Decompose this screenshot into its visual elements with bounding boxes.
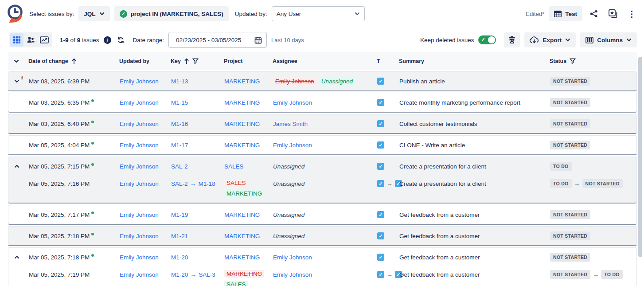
type-cell: ✓ (377, 210, 399, 219)
project-change: MARKETINGSALES (224, 270, 264, 286)
column-label: Date of change (28, 58, 68, 64)
column-label: Key (171, 58, 181, 64)
issue-key-link[interactable]: M1-21 (171, 233, 188, 239)
jql-filter-chip[interactable]: ✓ project IN (MARKETING, SALES) (114, 6, 229, 21)
change-date: Mar 05, 2025, 7:19 PM (29, 271, 90, 278)
expand-all-toggle[interactable] (8, 59, 28, 63)
project-link[interactable]: SALES (224, 163, 244, 170)
view-name-button[interactable]: Test (549, 6, 582, 21)
column-label: Status (550, 58, 566, 64)
project-link[interactable]: MARKETING (224, 99, 260, 106)
keep-deleted-toggle[interactable]: ✓ (478, 35, 496, 44)
project-link[interactable]: MARKETING (224, 254, 260, 261)
table-row[interactable]: Mar 05, 2025, 7:18 PMEmily JohnsonM1-20M… (8, 248, 636, 266)
type-cell: ✓ (377, 77, 399, 86)
columns-button[interactable]: Columns (580, 32, 637, 47)
table-row[interactable]: Mar 05, 2025, 7:19 PMEmily JohnsonM1-20→… (8, 266, 636, 286)
updated-by-link[interactable]: Emily Johnson (120, 212, 159, 218)
refresh-icon[interactable] (117, 36, 125, 44)
project-link[interactable]: MARKETING (224, 142, 260, 149)
table-row[interactable]: Mar 05, 2025, 7:16 PMEmily JohnsonSAL-2→… (8, 176, 636, 203)
issue-key-link[interactable]: SAL-2 (171, 163, 188, 170)
vertical-scrollbar[interactable] (638, 57, 642, 257)
project-link[interactable]: MARKETING (224, 233, 260, 239)
updated-by-link[interactable]: Emily Johnson (120, 142, 159, 149)
updated-by-link[interactable]: Emily Johnson (120, 271, 159, 278)
info-icon[interactable]: i (104, 36, 111, 44)
issue-key-link[interactable]: M1-19 (171, 212, 188, 218)
column-header-date-of-change[interactable]: Date of change (28, 58, 119, 64)
table-row[interactable]: Mar 05, 2025, 7:15 PMEmily JohnsonSAL-2S… (8, 157, 636, 176)
updated-by-cell: Emily Johnson (120, 210, 171, 219)
issue-key-new-link[interactable]: M1-18 (199, 180, 215, 187)
table-row[interactable]: Mar 05, 2025, 7:17 PMEmily JohnsonM1-19M… (8, 205, 636, 224)
issue-key-new-link[interactable]: SAL-3 (199, 271, 215, 278)
column-label: Updated by (119, 58, 149, 64)
grid-view-toggle[interactable] (10, 33, 23, 47)
column-header-status[interactable]: Status (550, 58, 637, 64)
column-header-project[interactable]: Project (224, 58, 273, 64)
date-range-input[interactable]: 02/23/2025 - 03/05/2025 (168, 32, 267, 48)
assignee-link[interactable]: Emily Johnson (273, 99, 312, 106)
assignee-cell: Unassigned (273, 162, 377, 171)
updated-by-link[interactable]: Emily Johnson (120, 233, 159, 239)
updated-by-link[interactable]: Emily Johnson (120, 78, 159, 85)
status-badge: TO DO (550, 179, 572, 188)
trash-button[interactable] (504, 32, 520, 47)
saved-views-button[interactable] (605, 6, 621, 21)
column-header-type[interactable]: T (377, 58, 399, 64)
project-link[interactable]: MARKETING (224, 212, 260, 218)
project-change: SALESMARKETING (224, 179, 264, 197)
project-link[interactable]: MARKETING (224, 121, 260, 127)
column-header-updated-by[interactable]: Updated by (119, 58, 171, 64)
table-row[interactable]: Mar 03, 2025, 6:40 PMEmily JohnsonM1-16M… (8, 114, 636, 133)
trash-icon (508, 36, 515, 44)
column-header-summary[interactable]: Summary (399, 58, 550, 64)
issue-key-link[interactable]: M1-17 (171, 142, 188, 149)
users-view-toggle[interactable] (23, 33, 37, 47)
row-expand-toggle[interactable] (14, 165, 20, 168)
updated-by-link[interactable]: Emily Johnson (120, 163, 159, 170)
date-of-change-cell: Mar 03, 2025, 6:40 PM (29, 119, 120, 128)
issue-key-old-link[interactable]: M1-20 (171, 271, 188, 278)
issue-key-link[interactable]: M1-15 (171, 99, 188, 106)
export-button[interactable]: Export (524, 32, 576, 47)
updated-by-select[interactable]: Any User (272, 6, 365, 21)
table-row[interactable]: 3Mar 03, 2025, 6:39 PMEmily JohnsonM1-13… (8, 72, 636, 90)
table-row[interactable]: Mar 03, 2025, 6:35 PMEmily JohnsonM1-15M… (8, 93, 636, 112)
sort-ascending-icon[interactable] (184, 58, 189, 64)
old-value: SALES (224, 179, 248, 187)
filter-funnel-icon[interactable] (192, 58, 199, 64)
column-header-key[interactable]: Key (171, 58, 224, 64)
assignee-link[interactable]: Emily Johnson (273, 271, 312, 278)
updated-by-link[interactable]: Emily Johnson (120, 180, 159, 187)
assignee-unassigned: Unassigned (273, 180, 304, 187)
assignee-link[interactable]: James Smith (273, 121, 308, 127)
table-row[interactable]: Mar 05, 2025, 4:04 PMEmily JohnsonM1-17M… (8, 136, 636, 154)
jql-mode-dropdown[interactable]: JQL (78, 6, 109, 21)
task-type-icon: ✓ (377, 163, 384, 170)
column-header-assignee[interactable]: Assignee (273, 58, 377, 64)
table-row[interactable]: Mar 05, 2025, 7:18 PMEmily JohnsonM1-21M… (8, 227, 636, 245)
row-expand-toggle[interactable]: 3 (14, 79, 20, 83)
task-type-icon: ✓ (377, 254, 384, 261)
issue-key-link[interactable]: M1-16 (171, 121, 188, 127)
sort-ascending-icon[interactable] (71, 58, 77, 64)
filter-funnel-icon[interactable] (570, 58, 576, 64)
column-label: Assignee (273, 58, 297, 64)
project-link[interactable]: MARKETING (224, 78, 260, 85)
updated-by-link[interactable]: Emily Johnson (120, 121, 159, 127)
updated-by-link[interactable]: Emily Johnson (120, 99, 159, 106)
summary-text: Create a presentation for a client (399, 180, 486, 187)
issue-key-link[interactable]: M1-13 (171, 78, 188, 85)
share-button[interactable] (587, 6, 601, 21)
more-options-kebab-menu[interactable]: ⋮ (625, 6, 639, 21)
change-date: Mar 03, 2025, 6:35 PM (29, 99, 90, 106)
issue-key-link[interactable]: M1-20 (171, 254, 188, 261)
chart-view-toggle[interactable] (37, 33, 51, 47)
issue-key-old-link[interactable]: SAL-2 (171, 180, 188, 187)
assignee-link[interactable]: Emily Johnson (273, 254, 312, 261)
assignee-link[interactable]: Emily Johnson (273, 142, 312, 149)
updated-by-link[interactable]: Emily Johnson (120, 254, 159, 261)
row-expand-toggle[interactable] (14, 255, 20, 259)
